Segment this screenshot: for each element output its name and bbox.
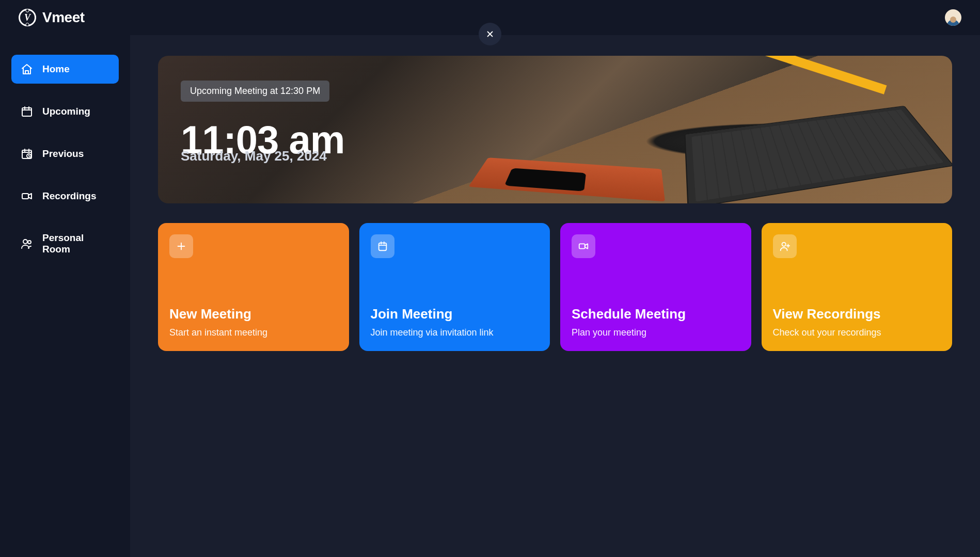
card-title: New Meeting xyxy=(169,306,338,322)
sidebar-item-previous[interactable]: Previous xyxy=(11,139,119,168)
sidebar-item-label: Personal Room xyxy=(42,232,109,255)
svg-rect-3 xyxy=(22,194,28,199)
card-subtitle: Start an instant meeting xyxy=(169,326,338,339)
svg-point-5 xyxy=(28,241,31,244)
card-join-meeting[interactable]: Join Meeting Join meeting via invitation… xyxy=(359,223,550,351)
main-content: Upcoming Meeting at 12:30 PM 11:03 am Sa… xyxy=(130,35,980,557)
card-title: View Recordings xyxy=(773,306,941,322)
home-icon xyxy=(21,63,33,75)
sidebar-item-label: Recordings xyxy=(42,190,97,202)
card-subtitle: Plan your meeting xyxy=(572,326,740,339)
upcoming-meeting-pill: Upcoming Meeting at 12:30 PM xyxy=(181,81,329,102)
close-button[interactable] xyxy=(479,23,501,45)
video-icon xyxy=(21,190,33,202)
calendar-icon xyxy=(21,105,33,118)
sidebar-item-label: Upcoming xyxy=(42,106,90,117)
card-subtitle: Join meeting via invitation link xyxy=(371,326,539,339)
svg-rect-7 xyxy=(579,244,585,248)
sidebar-item-label: Home xyxy=(42,63,70,75)
sidebar-item-upcoming[interactable]: Upcoming xyxy=(11,97,119,126)
brand-wordmark: Vmeet xyxy=(42,9,85,26)
sidebar-item-recordings[interactable]: Recordings xyxy=(11,182,119,211)
card-schedule-meeting[interactable]: Schedule Meeting Plan your meeting xyxy=(560,223,751,351)
card-view-recordings[interactable]: View Recordings Check out your recording… xyxy=(762,223,953,351)
user-avatar[interactable] xyxy=(945,9,961,26)
user-plus-icon xyxy=(773,234,797,258)
calendar-clock-icon xyxy=(21,148,33,160)
sidebar: Home Upcoming Previous Recordings Person… xyxy=(0,35,130,557)
close-icon xyxy=(485,29,495,39)
card-title: Join Meeting xyxy=(371,306,539,322)
svg-rect-0 xyxy=(22,108,31,116)
hero-banner: Upcoming Meeting at 12:30 PM 11:03 am Sa… xyxy=(158,56,952,203)
sidebar-item-personal-room[interactable]: Personal Room xyxy=(11,224,119,263)
brand[interactable]: V Vmeet xyxy=(19,9,85,26)
sidebar-item-label: Previous xyxy=(42,148,84,160)
hero-date: Saturday, May 25, 2024 xyxy=(181,148,929,164)
plus-icon xyxy=(169,234,193,258)
sidebar-item-home[interactable]: Home xyxy=(11,55,119,84)
svg-rect-6 xyxy=(378,243,386,251)
card-title: Schedule Meeting xyxy=(572,306,740,322)
action-cards: New Meeting Start an instant meeting Joi… xyxy=(158,223,952,351)
users-icon xyxy=(21,237,33,250)
calendar-icon xyxy=(371,234,394,258)
logo-icon: V xyxy=(19,9,36,26)
svg-point-4 xyxy=(23,240,27,244)
logo-letter: V xyxy=(24,12,30,23)
video-icon xyxy=(572,234,595,258)
svg-point-8 xyxy=(782,243,785,246)
card-new-meeting[interactable]: New Meeting Start an instant meeting xyxy=(158,223,349,351)
card-subtitle: Check out your recordings xyxy=(773,326,941,339)
